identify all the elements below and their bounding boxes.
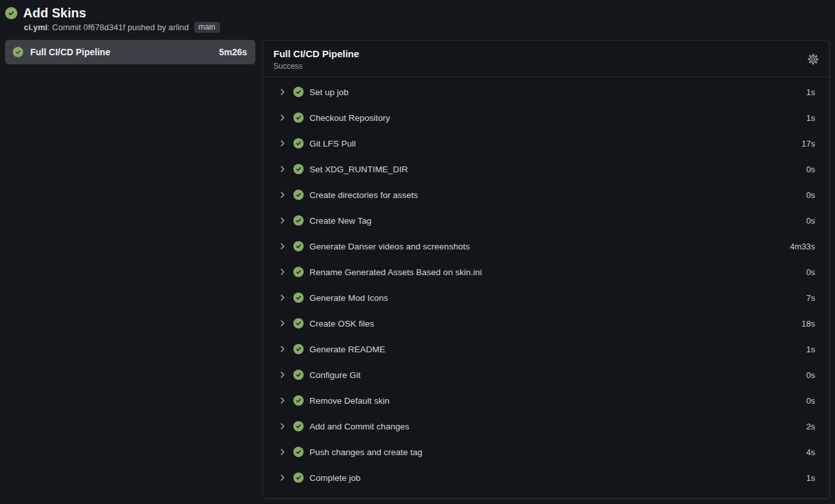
check-circle-icon [293, 138, 304, 148]
chevron-right-icon [278, 216, 287, 225]
jobs-sidebar: Full CI/CD Pipeline 5m26s [5, 40, 255, 64]
step-duration: 0s [806, 396, 815, 406]
step-name: Set XDG_RUNTIME_DIR [309, 165, 408, 174]
chevron-right-icon [278, 190, 287, 199]
step-duration: 4m33s [790, 242, 815, 251]
check-circle-icon [293, 473, 304, 483]
chevron-right-icon [278, 87, 287, 96]
step-name: Generate Danser videos and screenshots [309, 242, 470, 251]
chevron-right-icon [278, 113, 287, 122]
step-name: Set up job [309, 87, 349, 97]
check-circle-icon [293, 267, 304, 277]
check-circle-icon [13, 47, 23, 57]
chevron-right-icon [278, 165, 287, 174]
chevron-right-icon [278, 293, 287, 302]
step-duration: 0s [806, 267, 815, 277]
commit-summary: ci.yml: Commit 0f678d341f pushed by arli… [24, 22, 829, 33]
chevron-right-icon [278, 242, 287, 251]
step-name: Rename Generated Assets Based on skin.in… [309, 267, 482, 277]
step-duration: 2s [806, 422, 815, 431]
check-circle-icon [293, 318, 304, 328]
step-row[interactable]: Create OSK files 18s [263, 310, 829, 336]
step-duration: 1s [806, 113, 815, 123]
check-circle-icon [293, 344, 304, 354]
branch-badge[interactable]: main [194, 22, 220, 33]
step-duration: 0s [806, 216, 815, 226]
step-duration: 18s [802, 319, 815, 328]
commit-text: : Commit 0f678d341f pushed by arlind [48, 22, 189, 32]
step-name: Remove Default skin [309, 396, 390, 406]
step-row[interactable]: Set up job 1s [263, 79, 829, 105]
job-name: Full CI/CD Pipeline [30, 47, 110, 57]
step-row[interactable]: Generate Mod Icons 7s [263, 285, 829, 310]
step-name: Create directories for assets [309, 190, 418, 200]
check-circle-icon [293, 215, 304, 226]
step-name: Generate README [309, 345, 385, 354]
step-duration: 0s [806, 370, 815, 380]
step-duration: 7s [806, 293, 815, 303]
chevron-right-icon [278, 447, 287, 456]
check-circle-icon [293, 447, 304, 457]
chevron-right-icon [278, 370, 287, 379]
chevron-right-icon [278, 473, 287, 482]
page-title: Add Skins [23, 4, 86, 21]
chevron-right-icon [278, 396, 287, 405]
step-row[interactable]: Checkout Repository 1s [263, 105, 829, 130]
step-name: Complete job [309, 473, 361, 483]
step-duration: 0s [806, 190, 815, 200]
job-item-full-pipeline[interactable]: Full CI/CD Pipeline 5m26s [5, 40, 255, 64]
job-status-text: Success [273, 62, 819, 71]
check-circle-icon [5, 7, 17, 19]
step-row[interactable]: Generate README 1s [263, 336, 829, 362]
steps-list: Set up job 1s Checkout Repository 1s G [263, 77, 829, 491]
run-content: Full CI/CD Pipeline 5m26s Full CI/CD Pip… [0, 35, 835, 504]
check-circle-icon [293, 421, 304, 431]
chevron-right-icon [278, 267, 287, 276]
check-circle-icon [293, 241, 304, 251]
step-row[interactable]: Set XDG_RUNTIME_DIR 0s [263, 156, 829, 182]
step-row[interactable]: Generate Danser videos and screenshots 4… [263, 233, 829, 259]
gear-icon[interactable] [807, 53, 820, 66]
check-circle-icon [293, 395, 304, 406]
step-row[interactable]: Rename Generated Assets Based on skin.in… [263, 259, 829, 285]
step-name: Configure Git [309, 370, 361, 380]
step-name: Git LFS Pull [309, 139, 356, 148]
step-row[interactable]: Git LFS Pull 17s [263, 130, 829, 156]
check-circle-icon [293, 87, 304, 97]
job-detail-title: Full CI/CD Pipeline [273, 48, 819, 59]
step-row[interactable]: Remove Default skin 0s [263, 388, 829, 413]
check-circle-icon [293, 113, 304, 123]
step-duration: 1s [806, 473, 815, 483]
job-detail-header: Full CI/CD Pipeline Success [263, 40, 829, 77]
check-circle-icon [293, 370, 304, 380]
step-row[interactable]: Create directories for assets 0s [263, 182, 829, 208]
step-name: Checkout Repository [309, 113, 390, 123]
chevron-right-icon [278, 319, 287, 328]
step-duration: 17s [802, 139, 815, 148]
chevron-right-icon [278, 422, 287, 431]
step-name: Create OSK files [309, 319, 374, 328]
workflow-file-name: ci.yml [24, 22, 48, 32]
step-duration: 4s [806, 447, 815, 457]
step-row[interactable]: Configure Git 0s [263, 362, 829, 388]
check-circle-icon [293, 190, 304, 200]
step-duration: 1s [806, 87, 815, 97]
step-row[interactable]: Complete job 1s [263, 465, 829, 491]
step-name: Push changes and create tag [309, 447, 423, 457]
run-header: Add Skins ci.yml: Commit 0f678d341f push… [0, 0, 835, 35]
chevron-right-icon [278, 345, 287, 354]
job-duration: 5m26s [219, 47, 247, 57]
step-duration: 1s [806, 345, 815, 354]
step-duration: 0s [806, 165, 815, 174]
step-name: Generate Mod Icons [309, 293, 388, 303]
step-row[interactable]: Push changes and create tag 4s [263, 439, 829, 465]
step-name: Create New Tag [309, 216, 372, 226]
check-circle-icon [293, 164, 304, 174]
step-row[interactable]: Add and Commit changes 2s [263, 413, 829, 439]
check-circle-icon [293, 292, 304, 303]
chevron-right-icon [278, 139, 287, 148]
job-detail-panel: Full CI/CD Pipeline Success Set up job 1… [262, 40, 830, 499]
step-name: Add and Commit changes [309, 422, 409, 431]
step-row[interactable]: Create New Tag 0s [263, 208, 829, 233]
